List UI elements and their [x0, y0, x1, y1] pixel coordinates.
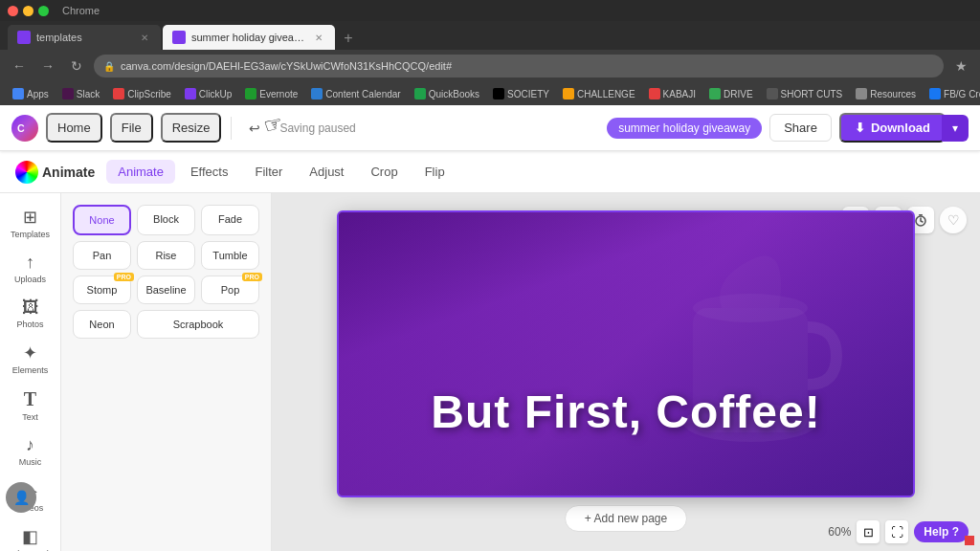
effects-button[interactable]: Effects	[179, 160, 240, 184]
clickup-icon	[185, 88, 196, 99]
forward-button[interactable]: →	[36, 55, 59, 77]
bookmark-label: Apps	[27, 89, 49, 99]
society-icon	[493, 88, 504, 99]
bookmark-drive[interactable]: DRIVE	[704, 86, 758, 101]
back-button[interactable]: ←	[8, 55, 31, 77]
bookmark-slack[interactable]: Slack	[57, 86, 104, 101]
sidebar-item-background[interactable]: ◧ Bkground	[6, 520, 56, 551]
tab-bar: templates ✕ summer holiday giveaway - To…	[0, 21, 980, 50]
left-sidebar: ⊞ Templates ↑ Uploads 🖼 Photos ✦ Element…	[0, 193, 61, 551]
address-bar: ← → ↻ 🔒 canva.com/design/DAEHl-EG3aw/cYS…	[0, 50, 980, 82]
extensions-button[interactable]: ★	[949, 55, 972, 77]
kabaji-icon	[649, 88, 660, 99]
resize-nav-button[interactable]: Resize	[161, 113, 222, 143]
sidebar-item-uploads[interactable]: ↑ Uploads	[6, 247, 56, 290]
animate-option-label: Rise	[155, 250, 176, 261]
crop-button[interactable]: Crop	[359, 160, 409, 184]
apps-icon	[12, 88, 24, 99]
bookmark-quickbooks[interactable]: QuickBooks	[410, 86, 484, 101]
animate-option-neon[interactable]: Neon	[73, 310, 131, 339]
bookmark-challenge[interactable]: CHALLENGE	[558, 86, 640, 101]
sidebar-item-text[interactable]: T Text	[6, 383, 56, 428]
filter-button[interactable]: Filter	[243, 160, 294, 184]
bookmark-clipscribe[interactable]: ClipScribe	[108, 86, 176, 101]
home-nav-button[interactable]: Home	[46, 113, 102, 143]
animate-option-rise[interactable]: Rise	[137, 241, 195, 270]
new-tab-button[interactable]: +	[337, 27, 360, 50]
animate-option-none[interactable]: None	[73, 205, 131, 235]
add-page-button[interactable]: + Add new page	[565, 505, 687, 532]
zoom-controls: 60% ⊡ ⛶ Help ?	[828, 520, 969, 543]
topbar-divider	[231, 117, 232, 140]
bookmark-contentcalendar[interactable]: Content Calendar	[306, 86, 405, 101]
undo-button[interactable]: ↩	[241, 115, 268, 142]
zoom-thumbnail-button[interactable]: ⊡	[857, 520, 880, 543]
animate-option-scrapbook[interactable]: Scrapbook	[137, 310, 259, 339]
sidebar-item-photos[interactable]: 🖼 Photos	[6, 292, 56, 335]
url-box[interactable]: 🔒 canva.com/design/DAEHl-EG3aw/cYSkUwiCW…	[94, 55, 944, 77]
bookmark-evernote[interactable]: Evernote	[240, 86, 302, 101]
canvas-title-container: But First, Coffee!	[431, 386, 820, 438]
tab-home-canva[interactable]: templates ✕	[8, 25, 161, 50]
bookmark-label: Resources	[870, 89, 916, 99]
animate-option-baseline[interactable]: Baseline	[137, 276, 195, 304]
bookmark-label: SHORT CUTS	[781, 89, 843, 99]
canva-logo[interactable]: C	[11, 115, 38, 142]
quickbooks-icon	[414, 88, 426, 99]
color-palette-icon[interactable]	[15, 161, 38, 184]
title-bar: Chrome	[0, 0, 980, 21]
coffee-decoration-svg	[664, 231, 856, 480]
bookmark-resources[interactable]: Resources	[851, 86, 921, 101]
notification-dot	[965, 536, 974, 545]
download-icon: ⬇	[855, 121, 865, 135]
canva-toolbar: Animate Animate Effects Filter Adjust Cr…	[0, 151, 980, 193]
sidebar-item-elements[interactable]: ✦ Elements	[6, 337, 56, 381]
animate-option-tumble[interactable]: Tumble	[201, 241, 259, 270]
download-dropdown-button[interactable]: ▾	[942, 115, 969, 142]
svg-text:C: C	[17, 122, 25, 134]
animate-options-grid: None Block Fade Pan Rise Tumble	[73, 205, 259, 339]
bookmark-society[interactable]: SOCIETY	[488, 86, 554, 101]
bookmark-clickup[interactable]: ClickUp	[180, 86, 236, 101]
animate-option-pop[interactable]: PRO Pop	[201, 276, 259, 304]
bookmark-shortcuts[interactable]: SHORT CUTS	[762, 86, 848, 101]
minimize-window-button[interactable]	[23, 6, 33, 16]
animate-option-label: Block	[153, 213, 179, 225]
tab-favicon	[17, 31, 31, 44]
design-canvas[interactable]: But First, Coffee!	[339, 212, 913, 496]
animate-button[interactable]: Animate	[106, 160, 175, 184]
animate-option-label: Tumble	[212, 250, 247, 261]
help-button[interactable]: Help ?	[914, 521, 969, 542]
tab-label: templates	[36, 32, 132, 43]
tab-favicon-active	[172, 31, 186, 44]
close-window-button[interactable]	[8, 6, 18, 16]
canva-main: ⊞ Templates ↑ Uploads 🖼 Photos ✦ Element…	[0, 193, 980, 551]
canvas-area[interactable]: ♡ But First, Coffee!	[272, 193, 980, 551]
slack-icon	[62, 88, 74, 99]
sidebar-item-templates[interactable]: ⊞ Templates	[6, 201, 56, 245]
animate-option-fade[interactable]: Fade	[201, 205, 259, 235]
user-avatar[interactable]: 👤	[6, 482, 36, 513]
tab-summer-giveaway[interactable]: summer holiday giveaway - To... ✕	[163, 25, 335, 50]
tab-close-active-button[interactable]: ✕	[312, 31, 325, 44]
bookmark-fbg[interactable]: FB/G Creator Stu...	[924, 86, 980, 101]
animate-option-block[interactable]: Block	[137, 205, 195, 235]
fullscreen-button[interactable]: ⛶	[885, 520, 908, 543]
animate-option-pan[interactable]: Pan	[73, 241, 131, 270]
download-button[interactable]: ⬇ Download	[839, 113, 946, 143]
refresh-button[interactable]: ↻	[65, 55, 88, 77]
bookmark-apps[interactable]: Apps	[8, 86, 54, 101]
tab-close-button[interactable]: ✕	[138, 31, 151, 44]
elements-icon: ✦	[23, 342, 37, 364]
traffic-lights	[8, 6, 49, 16]
favorite-button[interactable]: ♡	[940, 207, 967, 233]
challenge-icon	[563, 88, 574, 99]
animate-option-stomp[interactable]: PRO Stomp	[73, 276, 131, 304]
share-button[interactable]: Share	[769, 114, 832, 142]
file-nav-button[interactable]: File	[110, 113, 153, 143]
sidebar-item-music[interactable]: ♪ Music	[6, 430, 56, 473]
flip-button[interactable]: Flip	[413, 160, 457, 184]
bookmark-kabaji[interactable]: KABAJI	[644, 86, 701, 101]
maximize-window-button[interactable]	[38, 6, 49, 16]
adjust-button[interactable]: Adjust	[298, 160, 355, 184]
